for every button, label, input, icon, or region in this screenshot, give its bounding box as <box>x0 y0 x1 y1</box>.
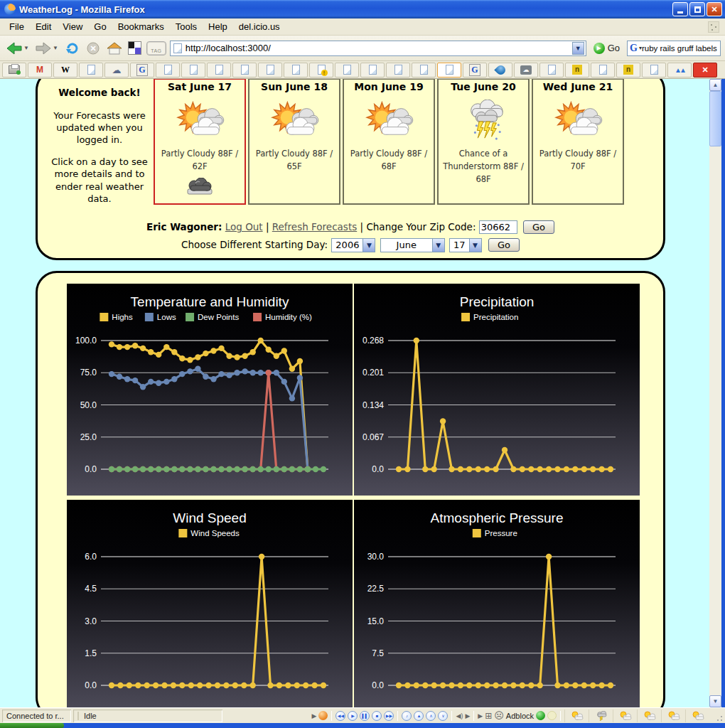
media-stop-button[interactable]: ■ <box>372 711 382 721</box>
scroll-thumb[interactable] <box>709 91 721 146</box>
bookmark-page[interactable] <box>284 63 308 77</box>
extension-checker-button[interactable] <box>127 38 143 59</box>
forecastfox-partly-cloudy[interactable] <box>613 710 637 722</box>
scroll-track[interactable] <box>709 91 721 695</box>
menu-tools[interactable]: Tools <box>171 19 202 34</box>
error-console-icon[interactable]: ☹ <box>494 710 504 721</box>
resize-grip[interactable] <box>714 713 724 722</box>
delicious-tag-button[interactable]: TAG <box>146 38 167 59</box>
day-card-sat-june-17[interactable]: Sat June 17 Partly Cloudy 88F / 62F <box>154 79 246 205</box>
bookmark-close[interactable]: ✕ <box>693 63 717 77</box>
scroll-down-button[interactable]: ▼ <box>709 695 721 707</box>
adblock-status-icon[interactable] <box>536 711 545 720</box>
scroll-up-button[interactable]: ▲ <box>709 79 721 91</box>
minimize-button[interactable] <box>672 2 688 16</box>
bookmark-page[interactable] <box>591 63 615 77</box>
bookmark-cloud-gray[interactable]: ☁ <box>514 63 538 77</box>
eject-icon[interactable]: ▲ <box>414 711 424 721</box>
bookmark-page[interactable] <box>642 63 666 77</box>
refresh-forecasts-link[interactable]: Refresh Forecasts <box>272 221 357 232</box>
back-button[interactable]: ▼ <box>4 38 31 59</box>
foxytunes-expand-icon[interactable]: ▶ <box>312 712 317 719</box>
forecastfox-thunderstorm[interactable] <box>589 710 613 722</box>
bookmark-page-badge[interactable] <box>309 63 333 77</box>
forecastfox-partly-cloudy[interactable] <box>661 710 685 722</box>
forward-button[interactable]: ▼ <box>33 38 60 59</box>
bookmark-page[interactable] <box>156 63 180 77</box>
zip-go-button[interactable]: Go <box>523 220 554 234</box>
maximize-button[interactable] <box>689 2 705 16</box>
vertical-scrollbar[interactable]: ▲ ▼ <box>709 79 721 707</box>
reload-button[interactable] <box>63 38 81 59</box>
foxytunes-logo-icon[interactable] <box>318 711 328 720</box>
bookmark-mountains[interactable]: ▲▲ <box>667 63 692 77</box>
forecastfox-partly-cloudy[interactable] <box>637 710 661 722</box>
go-button[interactable]: ▶ Go <box>589 43 624 54</box>
bookmark-google[interactable]: G <box>130 63 154 77</box>
menu-edit[interactable]: Edit <box>31 19 56 34</box>
menu-file[interactable]: File <box>4 19 29 34</box>
collapse-icon[interactable]: ∧ <box>426 711 436 721</box>
start-day-go-button[interactable]: Go <box>488 238 520 252</box>
bookmark-page[interactable] <box>207 63 231 77</box>
media-next-button[interactable]: ▶▶ <box>384 711 394 721</box>
bookmark-page[interactable] <box>412 63 436 77</box>
stop-icon: ✕ <box>85 41 101 55</box>
adblock-label[interactable]: Adblock <box>506 712 534 720</box>
forecastfox-partly-cloudy[interactable] <box>685 710 709 722</box>
month-select[interactable]: June▼ <box>380 238 445 252</box>
menu-del-icio-us[interactable]: del.icio.us <box>234 19 285 34</box>
media-play-button[interactable]: ▶ <box>348 711 358 721</box>
day-card-sun-june-18[interactable]: Sun June 18 Partly Cloudy 88F / 65F <box>248 79 340 205</box>
media-pause-button[interactable]: ▌▌ <box>360 711 370 721</box>
zip-code-input[interactable] <box>479 220 517 234</box>
bookmark-cloud[interactable]: ☁ <box>104 63 129 77</box>
bookmark-wikipedia[interactable]: W <box>53 63 77 77</box>
year-select[interactable]: 2006▼ <box>331 238 375 252</box>
bookmark-page[interactable] <box>258 63 282 77</box>
url-dropdown-icon[interactable]: ▼ <box>572 42 584 55</box>
home-button[interactable] <box>105 38 124 59</box>
menu-help[interactable]: Help <box>203 19 232 34</box>
bookmark-page[interactable] <box>181 63 205 77</box>
address-bar[interactable]: ▼ <box>170 41 586 56</box>
day-card-tue-june-20[interactable]: Tue June 20 Chance of a Thunderstorm 88F… <box>437 79 530 205</box>
bookmark-google[interactable]: G <box>463 63 487 77</box>
close-button[interactable]: ✕ <box>707 2 722 16</box>
bookmark-page[interactable] <box>539 63 564 77</box>
media-prev-button[interactable]: ◀◀ <box>335 711 345 721</box>
volume-icon[interactable]: ◀) <box>456 712 463 719</box>
day-select[interactable]: 17▼ <box>449 238 482 252</box>
day-card-mon-june-19[interactable]: Mon June 19 Partly Cloudy 88F / 68F <box>343 79 435 205</box>
playlist-icon[interactable]: ♪ <box>402 711 412 721</box>
logout-link[interactable]: Log Out <box>225 221 263 232</box>
bookmark-page[interactable] <box>232 63 257 77</box>
expand-icon[interactable]: ∨ <box>438 711 448 721</box>
bookmark-selected-page[interactable] <box>437 63 461 77</box>
arrow-icon[interactable]: ▶ <box>478 712 483 719</box>
bookmark-page[interactable] <box>335 63 359 77</box>
menu-go[interactable]: Go <box>89 19 111 34</box>
bookmark-gmail[interactable]: M <box>28 63 52 77</box>
forecastfox-partly-cloudy[interactable] <box>564 710 589 722</box>
back-dropdown-icon[interactable]: ▼ <box>23 45 29 51</box>
url-input[interactable] <box>186 43 572 53</box>
volume-expand-icon[interactable]: ▶ <box>465 712 470 719</box>
bookmark-n-badge[interactable]: n <box>565 63 589 77</box>
bookmark-page[interactable] <box>386 63 410 77</box>
bookmark-n-badge[interactable]: n <box>616 63 640 77</box>
window-panel-icon[interactable]: ⊞ <box>485 711 492 721</box>
bookmark-page[interactable] <box>79 63 103 77</box>
forward-dropdown-icon[interactable]: ▼ <box>53 45 58 51</box>
menu-bookmarks[interactable]: Bookmarks <box>113 19 169 34</box>
bookmark-drupal[interactable] <box>488 63 512 77</box>
gmail-icon: M <box>36 65 43 75</box>
search-input[interactable] <box>642 44 718 53</box>
search-box[interactable]: G ▾ <box>627 41 721 56</box>
stop-button[interactable]: ✕ <box>84 38 102 59</box>
menu-view[interactable]: View <box>58 19 87 34</box>
bookmark-page[interactable] <box>360 63 385 77</box>
partly-cloudy-icon <box>667 711 681 721</box>
bookmark-printer[interactable] <box>2 63 26 77</box>
day-card-wed-june-21[interactable]: Wed June 21 Partly Cloudy 88F / 70F <box>532 79 624 205</box>
